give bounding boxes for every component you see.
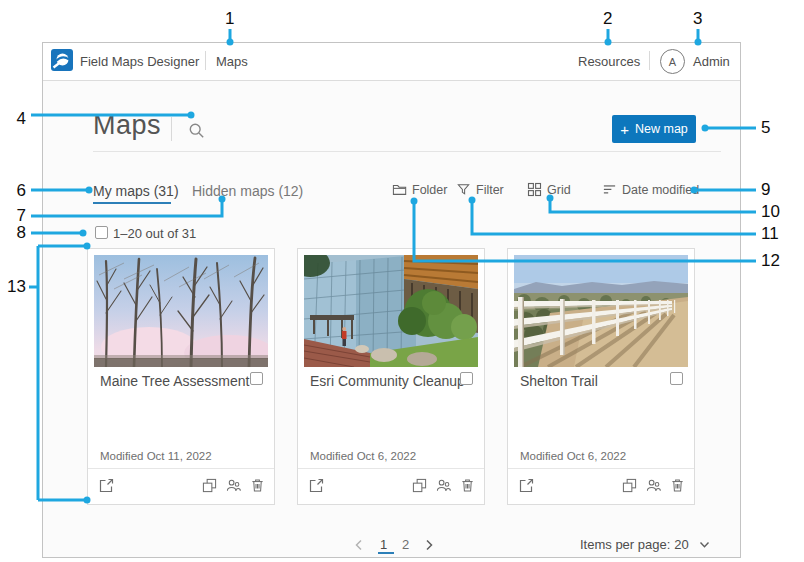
card-thumbnail: [304, 255, 478, 367]
selection-range-label: 1–20 out of 31: [113, 226, 196, 241]
esri-logo-icon: [51, 49, 73, 71]
page-button-2[interactable]: 2: [402, 537, 409, 552]
items-per-page-select[interactable]: Items per page: 20: [580, 537, 710, 552]
callout-number-8: 8: [2, 224, 26, 242]
section-divider: [93, 151, 721, 152]
open-map-button[interactable]: [98, 478, 114, 494]
winter-trees-image: [94, 255, 268, 367]
trash-icon[interactable]: [670, 478, 685, 493]
select-page-checkbox[interactable]: [95, 226, 108, 239]
callout-number-6: 6: [2, 182, 26, 200]
card-footer-divider: [88, 468, 274, 469]
items-per-page-value: 20: [674, 537, 688, 552]
sort-icon: [602, 182, 617, 197]
avatar[interactable]: A: [660, 49, 685, 74]
card-modified-date: Modified Oct 6, 2022: [310, 450, 416, 462]
nav-maps[interactable]: Maps: [216, 54, 248, 69]
callout-number-1: 1: [225, 10, 234, 28]
card-checkbox[interactable]: [250, 372, 263, 385]
new-map-button[interactable]: + New map: [612, 115, 696, 143]
card-actions: [412, 478, 475, 493]
launch-icon: [518, 478, 534, 494]
duplicate-icon[interactable]: [622, 478, 637, 493]
launch-icon: [308, 478, 324, 494]
page-button-1[interactable]: 1: [380, 537, 387, 552]
callout-number-10: 10: [761, 203, 780, 221]
tab-hidden-maps[interactable]: Hidden maps (12): [192, 183, 303, 199]
card-title: Maine Tree Assessment: [100, 373, 249, 389]
search-icon[interactable]: [188, 122, 205, 139]
filter-label: Filter: [476, 183, 504, 197]
callout-number-2: 2: [603, 10, 612, 28]
header-divider-2: [649, 51, 650, 70]
folder-icon: [392, 182, 407, 197]
chevron-left-icon[interactable]: [354, 539, 364, 551]
callout-number-11: 11: [761, 225, 779, 243]
nav-resources[interactable]: Resources: [578, 54, 640, 69]
callout-number-3: 3: [693, 10, 702, 28]
card-modified-date: Modified Oct 11, 2022: [100, 450, 212, 462]
map-card-maine-tree[interactable]: Maine Tree Assessment Modified Oct 11, 2…: [87, 248, 275, 505]
card-thumbnail: [94, 255, 268, 367]
duplicate-icon[interactable]: [412, 478, 427, 493]
map-card-esri-cleanup[interactable]: Esri Community Cleanup Modified Oct 6, 2…: [297, 248, 485, 505]
launch-icon: [98, 478, 114, 494]
trash-icon[interactable]: [250, 478, 265, 493]
sort-label: Date modified: [622, 183, 699, 197]
new-map-label: New map: [635, 122, 688, 136]
title-divider: [171, 117, 172, 141]
callout-number-13: 13: [2, 278, 26, 296]
grid-label: Grid: [547, 183, 571, 197]
card-modified-date: Modified Oct 6, 2022: [520, 450, 626, 462]
card-title: Shelton Trail: [520, 373, 598, 389]
app-title: Field Maps Designer: [80, 54, 199, 69]
duplicate-icon[interactable]: [202, 478, 217, 493]
campus-image: [304, 255, 478, 367]
tab-my-maps[interactable]: My maps (31): [93, 183, 179, 199]
avatar-initial: A: [669, 56, 676, 68]
items-per-page-label: Items per page:: [580, 537, 670, 552]
callout-number-12: 12: [761, 252, 780, 270]
share-group-icon[interactable]: [646, 478, 661, 493]
sort-button[interactable]: Date modified: [602, 182, 699, 197]
open-map-button[interactable]: [308, 478, 324, 494]
share-group-icon[interactable]: [226, 478, 241, 493]
page-title: Maps: [93, 110, 161, 141]
callout-number-5: 5: [761, 119, 770, 137]
active-tab-underline: [93, 202, 171, 204]
active-page-underline: [378, 552, 394, 554]
grid-icon: [527, 182, 542, 197]
filter-button[interactable]: Filter: [456, 182, 504, 197]
open-map-button[interactable]: [518, 478, 534, 494]
grid-view-button[interactable]: Grid: [527, 182, 571, 197]
trail-fence-image: [514, 255, 688, 367]
card-footer-divider: [508, 468, 694, 469]
header-divider: [205, 51, 206, 70]
chevron-right-icon[interactable]: [424, 539, 434, 551]
chevron-down-icon: [699, 541, 710, 549]
filter-icon: [456, 182, 471, 197]
card-footer-divider: [298, 468, 484, 469]
card-actions: [622, 478, 685, 493]
card-title: Esri Community Cleanup: [310, 373, 465, 389]
folder-button[interactable]: Folder: [392, 182, 447, 197]
callout-number-7: 7: [2, 207, 26, 225]
callout-number-4: 4: [2, 110, 26, 128]
share-group-icon[interactable]: [436, 478, 451, 493]
card-actions: [202, 478, 265, 493]
callout-number-9: 9: [761, 181, 770, 199]
plus-icon: +: [620, 122, 629, 137]
user-menu[interactable]: Admin: [693, 54, 730, 69]
map-card-shelton-trail[interactable]: Shelton Trail Modified Oct 6, 2022: [507, 248, 695, 505]
card-checkbox[interactable]: [670, 372, 683, 385]
card-thumbnail: [514, 255, 688, 367]
trash-icon[interactable]: [460, 478, 475, 493]
card-checkbox[interactable]: [460, 372, 473, 385]
folder-label: Folder: [412, 183, 447, 197]
